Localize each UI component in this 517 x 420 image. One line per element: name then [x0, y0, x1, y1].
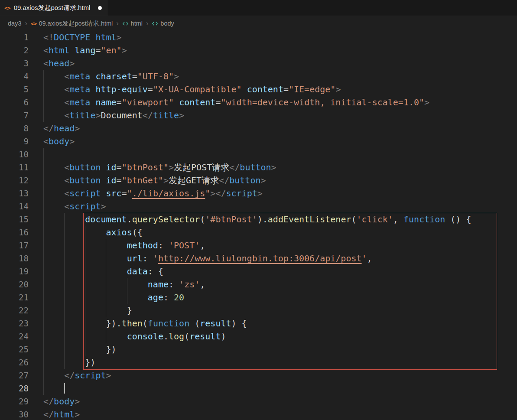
- code-text: url: 'http://www.liulongbin.top:3006/api…: [43, 252, 517, 265]
- indent-guide: [106, 278, 106, 291]
- breadcrumb-item-folder[interactable]: day3: [8, 20, 21, 27]
- code-line[interactable]: 23 }).then(function (result) {: [0, 317, 517, 330]
- code-line[interactable]: 28: [0, 382, 517, 395]
- code-line[interactable]: 5 <meta http-equiv="X-UA-Compatible" con…: [0, 83, 517, 96]
- line-number: 1: [0, 31, 29, 44]
- indent-guide: [43, 109, 44, 122]
- line-number: 28: [0, 382, 29, 395]
- code-line[interactable]: 9<body>: [0, 135, 517, 148]
- indent-guide: [43, 148, 44, 161]
- chevron-right-icon: ›: [146, 20, 149, 27]
- breadcrumb: day3 › <> 09.axios发起post请求.html › html ›…: [0, 16, 517, 31]
- code-line[interactable]: 17 method: 'POST',: [0, 239, 517, 252]
- breadcrumb-item-html[interactable]: html: [122, 20, 143, 27]
- code-line[interactable]: 7 <title>Document</title>: [0, 109, 517, 122]
- line-number: 3: [0, 57, 29, 70]
- code-line[interactable]: 12 <button id="btnGet">发起GET请求</button>: [0, 174, 517, 187]
- indent-guide: [64, 291, 65, 304]
- code-line[interactable]: 14 <script>: [0, 200, 517, 213]
- indent-guide: [43, 70, 44, 83]
- indent-guide: [64, 356, 65, 369]
- code-line[interactable]: 22 }: [0, 304, 517, 317]
- html-file-icon: <>: [4, 5, 10, 11]
- code-text: <body>: [43, 135, 517, 148]
- line-number: 18: [0, 252, 29, 265]
- indent-guide: [85, 265, 85, 278]
- code-text: }): [43, 356, 517, 369]
- code-line[interactable]: 27 </script>: [0, 369, 517, 382]
- indent-guide: [64, 252, 65, 265]
- indent-guide: [43, 226, 44, 239]
- indent-guide: [85, 330, 85, 343]
- line-number: 4: [0, 70, 29, 83]
- indent-guide: [43, 304, 44, 317]
- breadcrumb-item-file[interactable]: <> 09.axios发起post请求.html: [31, 20, 113, 28]
- indent-guide: [127, 291, 127, 304]
- code-line[interactable]: 26 }): [0, 356, 517, 369]
- code-line[interactable]: 1<!DOCTYPE html>: [0, 31, 517, 44]
- indent-guide: [64, 278, 65, 291]
- code-text: name: 'zs',: [43, 278, 517, 291]
- line-number: 9: [0, 135, 29, 148]
- tab-bar: <> 09.axios发起post请求.html: [0, 0, 517, 16]
- code-text: age: 20: [43, 291, 517, 304]
- tab-title: 09.axios发起post请求.html: [14, 4, 91, 12]
- indent-guide: [64, 317, 65, 330]
- code-text: axios({: [43, 226, 517, 239]
- indent-guide: [85, 226, 85, 239]
- code-line[interactable]: 4 <meta charset="UTF-8">: [0, 70, 517, 83]
- indent-guide: [43, 356, 44, 369]
- line-number: 10: [0, 148, 29, 161]
- indent-guide: [43, 291, 44, 304]
- code-line[interactable]: 24 console.log(result): [0, 330, 517, 343]
- code-line[interactable]: 13 <script src="./lib/axios.js"></script…: [0, 187, 517, 200]
- line-number: 22: [0, 304, 29, 317]
- indent-guide: [43, 330, 44, 343]
- code-line[interactable]: 16 axios({: [0, 226, 517, 239]
- line-number: 17: [0, 239, 29, 252]
- code-line[interactable]: 11 <button id="btnPost">发起POST请求</button…: [0, 161, 517, 174]
- code-text: <meta http-equiv="X-UA-Compatible" conte…: [43, 83, 517, 96]
- indent-guide: [64, 226, 65, 239]
- modified-dot-icon[interactable]: [98, 6, 102, 10]
- code-text: method: 'POST',: [43, 239, 517, 252]
- indent-guide: [43, 265, 44, 278]
- chevron-right-icon: ›: [116, 20, 119, 27]
- code-line[interactable]: 29</body>: [0, 395, 517, 408]
- code-line[interactable]: 25 }): [0, 343, 517, 356]
- code-line[interactable]: 6 <meta name="viewport" content="width=d…: [0, 96, 517, 109]
- code-text: </html>: [43, 408, 517, 420]
- indent-guide: [64, 265, 65, 278]
- indent-guide: [85, 343, 85, 356]
- indent-guide: [43, 83, 44, 96]
- indent-guide: [43, 200, 44, 213]
- line-number: 5: [0, 83, 29, 96]
- editor-tab[interactable]: <> 09.axios发起post请求.html: [0, 0, 107, 16]
- code-line[interactable]: 15 document.querySelector('#btnPost').ad…: [0, 213, 517, 226]
- code-line[interactable]: 19 data: {: [0, 265, 517, 278]
- code-line[interactable]: 3<head>: [0, 57, 517, 70]
- code-line[interactable]: 30</html>: [0, 408, 517, 420]
- indent-guide: [43, 161, 44, 174]
- indent-guide: [85, 317, 85, 330]
- code-line[interactable]: 21 age: 20: [0, 291, 517, 304]
- line-number: 8: [0, 122, 29, 135]
- code-line[interactable]: 10: [0, 148, 517, 161]
- breadcrumb-item-body[interactable]: body: [152, 20, 174, 27]
- indent-guide: [43, 317, 44, 330]
- code-editor[interactable]: 1<!DOCTYPE html>2<html lang="en">3<head>…: [0, 31, 517, 420]
- line-number: 21: [0, 291, 29, 304]
- indent-guide: [85, 239, 85, 252]
- indent-guide: [43, 369, 44, 382]
- line-number: 23: [0, 317, 29, 330]
- indent-guide: [85, 291, 85, 304]
- code-line[interactable]: 8</head>: [0, 122, 517, 135]
- code-line[interactable]: 20 name: 'zs',: [0, 278, 517, 291]
- indent-guide: [106, 304, 106, 317]
- code-line[interactable]: 2<html lang="en">: [0, 44, 517, 57]
- line-number: 30: [0, 408, 29, 420]
- line-number: 24: [0, 330, 29, 343]
- code-line[interactable]: 18 url: 'http://www.liulongbin.top:3006/…: [0, 252, 517, 265]
- code-text: <!DOCTYPE html>: [43, 31, 517, 44]
- line-number: 27: [0, 369, 29, 382]
